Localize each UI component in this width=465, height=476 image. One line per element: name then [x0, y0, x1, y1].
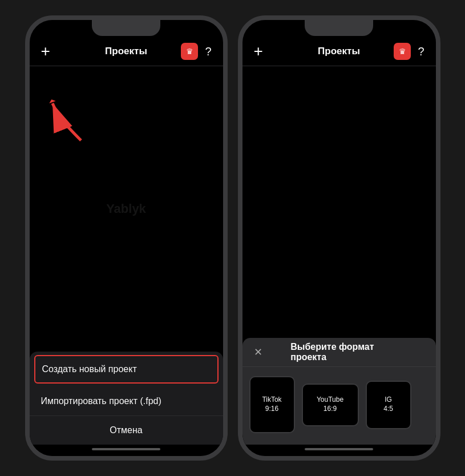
- help-button-right[interactable]: ?: [418, 45, 424, 58]
- phone-screen: + Проекты ♛ ? Yablyk: [30, 20, 223, 456]
- content-area-right: [242, 66, 436, 338]
- phone-notch: [92, 20, 160, 36]
- home-indicator: [92, 448, 160, 450]
- help-button[interactable]: ?: [205, 45, 211, 58]
- crown-icon-right: ♛: [399, 47, 406, 56]
- right-phone: + Проекты ♛ ? ✕ Выберите формат проекта …: [238, 15, 440, 461]
- ig-format-card[interactable]: IG4:5: [366, 381, 411, 429]
- phone-notch-right: [305, 20, 373, 36]
- bottom-sheet: Создать новый проект Импортировать проек…: [30, 352, 223, 445]
- page-title: Проекты: [105, 46, 147, 57]
- svg-marker-1: [48, 98, 55, 103]
- format-options: TikTok9:16 YouTube16:9 IG4:5: [242, 367, 436, 445]
- home-indicator-right: [305, 448, 373, 450]
- youtube-format-card[interactable]: YouTube16:9: [302, 384, 359, 426]
- format-picker-sheet: ✕ Выберите формат проекта TikTok9:16 You…: [242, 338, 436, 445]
- add-button[interactable]: +: [41, 43, 50, 59]
- watermark: Yablyk: [106, 201, 146, 216]
- ig-label: IG4:5: [383, 396, 393, 413]
- phone-screen-right: + Проекты ♛ ? ✕ Выберите формат проекта …: [242, 20, 436, 456]
- header-right: ♛ ?: [181, 43, 211, 60]
- crown-button-right[interactable]: ♛: [394, 43, 411, 60]
- content-area: Yablyk: [30, 66, 223, 352]
- left-phone: + Проекты ♛ ? Yablyk: [25, 15, 228, 461]
- create-new-project-item[interactable]: Создать новый проект: [34, 355, 219, 384]
- import-project-item[interactable]: Импортировать проект (.fpd): [30, 387, 223, 416]
- format-close-button[interactable]: ✕: [254, 347, 262, 357]
- cancel-button[interactable]: Отмена: [30, 416, 223, 445]
- crown-button[interactable]: ♛: [181, 43, 198, 60]
- header-right-controls: ♛ ?: [394, 43, 424, 60]
- page-title-right: Проекты: [318, 46, 360, 57]
- youtube-label: YouTube16:9: [317, 396, 343, 413]
- tiktok-label: TikTok9:16: [262, 396, 281, 413]
- format-sheet-title: Выберите формат проекта: [290, 342, 387, 362]
- format-sheet-header: ✕ Выберите формат проекта: [242, 338, 436, 367]
- arrow-annotation: [47, 95, 92, 154]
- tiktok-format-card[interactable]: TikTok9:16: [249, 376, 295, 433]
- crown-icon: ♛: [186, 47, 193, 56]
- add-button-right[interactable]: +: [254, 43, 263, 59]
